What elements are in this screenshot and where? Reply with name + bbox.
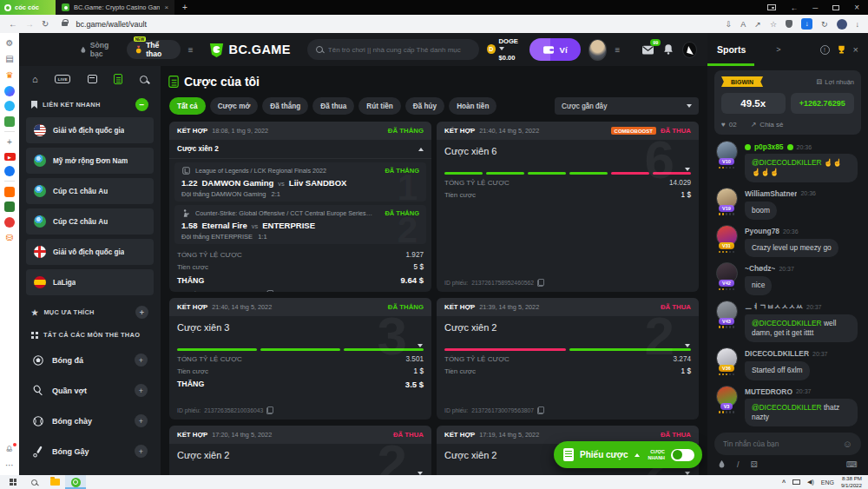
bet-card[interactable]: KẾT HỢP21:39, 14 thg 5, 2022ĐÃ THUA2Cược… — [437, 298, 699, 420]
quick-link-item[interactable]: Cúp C2 châu Âu — [26, 208, 154, 235]
network-icon[interactable] — [792, 479, 800, 485]
balance-selector[interactable]: D DOGE $0.00 — [487, 37, 521, 61]
shop-icon[interactable] — [4, 187, 15, 197]
search-input[interactable] — [328, 46, 470, 54]
filter-tab[interactable]: Tất cả — [169, 97, 206, 115]
add-favorite-button[interactable]: + — [135, 306, 148, 319]
minimize-button[interactable]: ─ — [812, 3, 818, 12]
expand-caret-icon[interactable] — [685, 472, 690, 475]
add-icon[interactable]: + — [4, 137, 16, 149]
game-app-icon[interactable] — [4, 217, 15, 228]
sidebar-sport-item[interactable]: Bóng chày+ — [26, 406, 154, 436]
quick-link-item[interactable]: LaLiga — [26, 269, 154, 295]
bonus-spin-icon[interactable] — [682, 42, 697, 58]
trophy-icon[interactable] — [836, 44, 847, 56]
bigwin-card[interactable]: BIGWIN ⚄Lợi nhuận 49.5x +1262.76295 ♥02 … — [714, 70, 861, 135]
back-button[interactable]: ← — [9, 19, 17, 29]
start-button[interactable] — [3, 475, 23, 489]
nav-menu-icon[interactable]: ≡ — [188, 45, 194, 55]
mention-text[interactable]: @DICECOLDKILLER — [752, 403, 822, 412]
reload-button[interactable]: ↻ — [42, 19, 49, 29]
url-text[interactable]: bc.game/wallet/vault — [76, 20, 147, 29]
share-button[interactable]: ↗Chia sẻ — [751, 121, 784, 129]
translate-icon[interactable]: A — [740, 20, 746, 29]
betslip-float-button[interactable]: Phiếu cược CƯỢCNHANH — [554, 441, 702, 468]
file-explorer-icon[interactable] — [44, 475, 65, 489]
home-icon[interactable]: ⌂ — [32, 74, 38, 84]
copy-icon[interactable] — [537, 406, 544, 414]
volume-icon[interactable]: ◀) — [807, 479, 814, 486]
username[interactable]: MUTEDRORO — [745, 387, 792, 396]
chat-input[interactable] — [723, 439, 838, 448]
bet-card[interactable]: KẾT HỢP21:40, 14 thg 5, 2022COMBOBOOSTĐÃ… — [437, 122, 699, 292]
username[interactable]: p0p3x85 — [754, 142, 784, 151]
lock-icon[interactable] — [62, 22, 68, 26]
mention-text[interactable]: @DICECOLDKILLER — [752, 319, 822, 327]
expand-caret-icon[interactable] — [418, 344, 423, 347]
new-tab-button[interactable]: + — [182, 3, 187, 12]
sports-switch[interactable]: NEW Thể thao — [127, 40, 181, 59]
downloads-tray-icon[interactable]: ↓ — [856, 20, 860, 29]
bcgame-logo[interactable]: BC.GAME — [208, 42, 291, 58]
download-button[interactable]: ↓ — [801, 18, 812, 30]
bet-name-row[interactable]: Cược xiên 2 — [169, 140, 431, 159]
message-bubble[interactable]: @DICECOLDKILLER ☝☝☝☝☝ — [745, 154, 858, 182]
filter-tab[interactable]: Đã thua — [312, 97, 354, 115]
expand-caret-icon[interactable] — [418, 472, 423, 475]
coc-coc-taskbar-icon[interactable] — [65, 475, 86, 489]
quick-bet-toggle[interactable] — [671, 449, 694, 461]
bird-icon[interactable] — [4, 101, 15, 111]
taskbar-search-icon[interactable] — [23, 475, 44, 489]
username[interactable]: Pyoung78 — [745, 227, 779, 235]
chat-close-icon[interactable]: × — [853, 44, 858, 55]
filter-tab[interactable]: Rút tiền — [358, 97, 400, 115]
filter-tab[interactable]: Cược mở — [210, 97, 259, 115]
messages-mail[interactable]: 99 — [641, 44, 654, 56]
filter-tab[interactable]: Hoàn tiền — [449, 97, 496, 115]
quick-link-item[interactable]: Giải vô địch quốc gia — [26, 117, 154, 143]
quick-link-item[interactable]: Giải vô địch quốc gia — [26, 239, 154, 265]
quick-link-item[interactable]: Cúp C1 châu Âu — [26, 178, 154, 204]
rain-icon[interactable] — [718, 459, 726, 469]
sidebar-sport-item[interactable]: Esports+ — [26, 466, 154, 475]
panel-toggle-icon[interactable]: ← — [791, 3, 799, 12]
settings-gear-icon[interactable]: ⚙ — [4, 37, 16, 49]
forward-button[interactable]: → — [25, 19, 34, 29]
username[interactable]: WilliamShatner — [745, 189, 797, 198]
sidebar-sport-item[interactable]: Bóng đá+ — [26, 345, 154, 375]
message-bubble[interactable]: Started off 6xlm — [745, 361, 810, 380]
expand-caret-icon[interactable] — [685, 344, 690, 347]
casino-switch[interactable]: Sòng bạc — [80, 41, 119, 58]
filter-tab[interactable]: Đã thắng — [262, 97, 308, 115]
collapse-section-button[interactable]: − — [135, 98, 148, 111]
quick-link-item[interactable]: Mỹ mở rộng Đơn Nam — [26, 148, 154, 174]
expand-caret-icon[interactable] — [685, 168, 690, 171]
sort-dropdown[interactable]: Cược gần đây — [555, 97, 699, 115]
coc-coc-brand[interactable]: cốc cốc — [0, 0, 56, 15]
info-icon[interactable]: ! — [820, 45, 830, 55]
collapse-caret-icon[interactable] — [418, 148, 424, 151]
commands-icon[interactable]: / — [737, 460, 740, 469]
bookmark-star-icon[interactable]: ☆ — [770, 20, 777, 29]
wallet-button[interactable]: Ví — [529, 38, 581, 61]
message-bubble[interactable]: nice — [745, 276, 772, 294]
username[interactable]: DICECOLDKILLER — [745, 349, 809, 358]
tab-close-icon[interactable]: × — [164, 3, 168, 11]
mention-text[interactable]: @DICECOLDKILLER — [752, 158, 822, 167]
calendar-icon[interactable] — [88, 75, 97, 83]
maximize-button[interactable] — [832, 5, 839, 10]
notifications-bell-icon[interactable]: 🕭 — [4, 444, 16, 455]
extensions-icon[interactable]: ↻ — [821, 20, 828, 29]
chat-input-box[interactable]: ☺ — [714, 433, 861, 455]
sidebar-search-icon[interactable] — [140, 76, 148, 83]
browser-profile-icon[interactable] — [837, 19, 847, 30]
copy-icon[interactable] — [537, 279, 544, 287]
expand-sport-button[interactable]: + — [135, 384, 148, 397]
keyboard-icon[interactable]: ⌨ — [846, 460, 858, 469]
news-icon[interactable]: ▤ — [4, 54, 16, 65]
crown-icon[interactable]: ♛ — [4, 69, 16, 81]
browser-tab[interactable]: BC.Game: Crypto Casino Gan × — [56, 0, 174, 15]
more-icon[interactable]: ⋯ — [4, 459, 16, 471]
chat-tab-sports[interactable]: Sports — [717, 44, 746, 55]
lottery-icon[interactable] — [4, 202, 15, 212]
